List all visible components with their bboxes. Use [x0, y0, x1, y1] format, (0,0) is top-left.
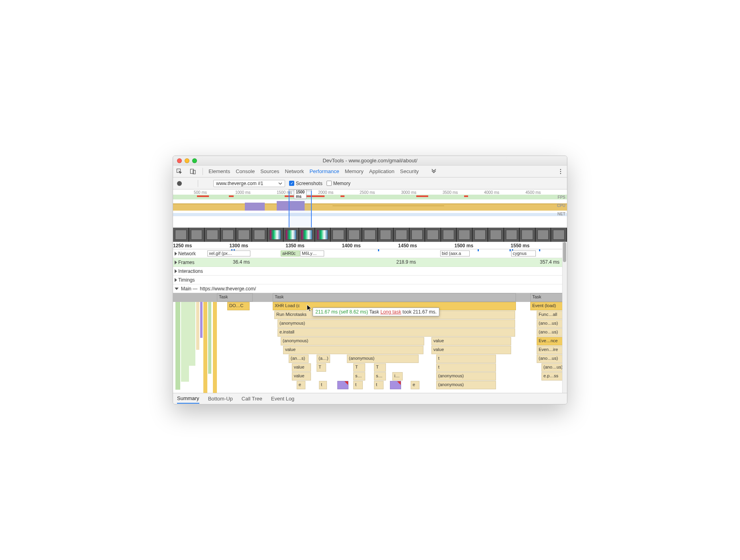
- flame-segment[interactable]: (anonymous): [347, 355, 419, 363]
- flame-segment[interactable]: e: [297, 381, 305, 389]
- filmstrip-thumbnail[interactable]: [220, 228, 236, 242]
- panel-tab-console[interactable]: Console: [236, 168, 255, 174]
- flame-segment[interactable]: [175, 302, 180, 390]
- scrollbar-thumb[interactable]: [563, 242, 566, 262]
- flame-segment[interactable]: (an…s): [289, 355, 309, 363]
- flame-segment[interactable]: s…: [374, 372, 386, 381]
- network-request-segment[interactable]: M6Ly…: [300, 250, 324, 256]
- vertical-scrollbar[interactable]: [562, 242, 567, 393]
- expand-icon[interactable]: [175, 260, 177, 264]
- overview-timeline[interactable]: 500 ms1000 ms1500 ms2000 ms2500 ms3000 m…: [173, 189, 567, 228]
- flame-segment[interactable]: (a…): [317, 355, 330, 363]
- flame-segment[interactable]: DO…C: [227, 302, 250, 310]
- timings-track[interactable]: Timings: [173, 276, 567, 284]
- filmstrip-thumbnail[interactable]: [189, 228, 205, 242]
- network-track[interactable]: Network xel.gif (px…aHR0cM6Ly…bid (aax.a…: [173, 249, 567, 258]
- kebab-menu-icon[interactable]: [557, 168, 565, 175]
- filmstrip-thumbnail[interactable]: [520, 228, 535, 242]
- panel-tab-application[interactable]: Application: [369, 168, 395, 174]
- flame-segment[interactable]: e: [411, 381, 419, 389]
- inspect-element-icon[interactable]: [175, 168, 183, 175]
- download-profile-icon[interactable]: [208, 183, 209, 184]
- flame-segment[interactable]: Event (load): [530, 302, 566, 310]
- filmstrip-thumbnail[interactable]: [362, 228, 378, 242]
- interactions-track[interactable]: Interactions: [173, 267, 567, 276]
- recording-select[interactable]: www.theverge.com #1: [213, 180, 285, 187]
- filmstrip-thumbnail[interactable]: [535, 228, 551, 242]
- flame-segment[interactable]: T: [353, 363, 365, 372]
- filmstrip-thumbnail[interactable]: [252, 228, 268, 242]
- network-request-segment[interactable]: aHR0c: [281, 250, 300, 256]
- flame-segment[interactable]: [213, 302, 217, 393]
- filmstrip-thumbnail[interactable]: [504, 228, 520, 242]
- frame-duration[interactable]: 357.4 ms: [540, 259, 559, 265]
- expand-icon[interactable]: [175, 278, 177, 282]
- filmstrip-thumbnail[interactable]: [409, 228, 425, 242]
- filmstrip-thumbnail[interactable]: [457, 228, 472, 242]
- settings-gear-icon[interactable]: [562, 183, 564, 184]
- memory-checkbox[interactable]: Memory: [327, 181, 350, 186]
- device-toggle-icon[interactable]: [189, 168, 197, 175]
- flame-segment[interactable]: t: [436, 363, 496, 372]
- flame-chart[interactable]: 211.67 ms (self 8.62 ms) Task Long task …: [173, 293, 567, 393]
- reload-record-icon[interactable]: [187, 183, 188, 184]
- filmstrip-thumbnail[interactable]: [441, 228, 457, 242]
- filmstrip-thumbnail[interactable]: [551, 228, 567, 242]
- flame-segment[interactable]: (anonymous): [281, 337, 424, 345]
- detail-ruler[interactable]: 1250 ms1300 ms1350 ms1400 ms1450 ms1500 …: [173, 242, 567, 249]
- filmstrip-thumbnail[interactable]: [331, 228, 346, 242]
- network-request-segment[interactable]: cygnus: [511, 250, 536, 256]
- filmstrip-thumbnail[interactable]: [205, 228, 220, 242]
- flame-segment[interactable]: [337, 381, 348, 389]
- flame-segment[interactable]: T: [317, 363, 326, 372]
- flame-segment[interactable]: T: [374, 363, 386, 372]
- filmstrip-thumbnail[interactable]: [378, 228, 394, 242]
- flame-segment[interactable]: [196, 302, 199, 350]
- filmstrip-thumbnail[interactable]: [315, 228, 331, 242]
- flame-segment[interactable]: t: [436, 355, 496, 363]
- collapse-icon[interactable]: [175, 288, 179, 290]
- panel-tab-security[interactable]: Security: [400, 168, 419, 174]
- panel-tab-elements[interactable]: Elements: [209, 168, 230, 174]
- flame-segment[interactable]: [189, 302, 195, 366]
- panel-tab-memory[interactable]: Memory: [345, 168, 364, 174]
- filmstrip-thumbnail[interactable]: [283, 228, 299, 242]
- overview-selection[interactable]: 1500 ms: [289, 189, 312, 227]
- flame-segment[interactable]: Task: [217, 293, 253, 302]
- panel-tab-network[interactable]: Network: [285, 168, 304, 174]
- more-panels-icon[interactable]: [430, 168, 438, 175]
- flame-segment[interactable]: t: [353, 381, 363, 389]
- clear-icon[interactable]: [192, 183, 194, 184]
- filmstrip-thumbnail[interactable]: [299, 228, 315, 242]
- filmstrip-thumbnail[interactable]: [472, 228, 488, 242]
- flame-segment[interactable]: Task: [530, 293, 567, 302]
- flame-segment[interactable]: (anonymous): [278, 319, 515, 328]
- frame-duration[interactable]: 36.4 ms: [233, 259, 250, 265]
- flame-segment[interactable]: (anonymous): [436, 381, 496, 389]
- delete-recording-icon[interactable]: [354, 183, 356, 184]
- flame-segment[interactable]: value: [292, 372, 311, 381]
- filmstrip-thumbnail[interactable]: [346, 228, 362, 242]
- flame-segment[interactable]: t: [374, 381, 384, 389]
- details-tab-event-log[interactable]: Event Log: [271, 394, 295, 403]
- details-tab-bottom-up[interactable]: Bottom-Up: [208, 394, 233, 403]
- upload-profile-icon[interactable]: [202, 183, 204, 184]
- expand-icon[interactable]: [175, 269, 177, 273]
- flame-segment[interactable]: value: [431, 346, 511, 354]
- flame-segment[interactable]: [181, 302, 189, 382]
- flame-segment[interactable]: [208, 302, 211, 374]
- record-button[interactable]: [176, 180, 183, 187]
- flame-segment[interactable]: t: [319, 381, 327, 389]
- flame-segment[interactable]: (anonymous): [436, 372, 496, 381]
- panel-tab-sources[interactable]: Sources: [260, 168, 279, 174]
- flame-segment[interactable]: value: [431, 337, 511, 345]
- screenshot-filmstrip[interactable]: [173, 228, 567, 242]
- flame-segment[interactable]: [390, 381, 401, 389]
- filmstrip-thumbnail[interactable]: [394, 228, 409, 242]
- frames-track[interactable]: Frames 36.4 ms218.9 ms357.4 ms: [173, 258, 567, 267]
- details-tab-summary[interactable]: Summary: [177, 394, 199, 404]
- screenshots-checkbox[interactable]: ✓ Screenshots: [289, 181, 323, 186]
- panel-tab-performance[interactable]: Performance: [309, 168, 339, 174]
- tooltip-long-task-link[interactable]: Long task: [380, 309, 401, 315]
- flame-segment[interactable]: [203, 302, 207, 393]
